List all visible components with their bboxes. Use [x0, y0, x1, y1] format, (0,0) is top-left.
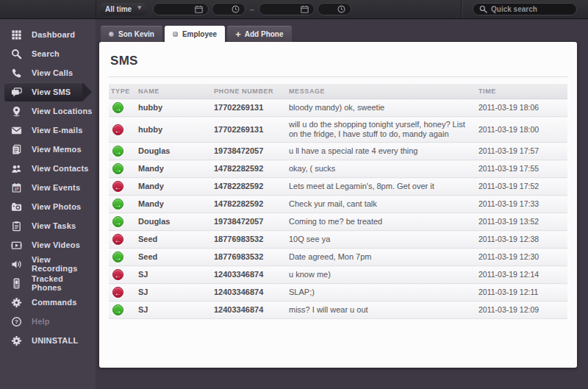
cell-time: 2011-03-19 17:52 — [476, 178, 567, 196]
cell-message: miss? I will wear u out — [287, 301, 476, 319]
tab-son-kevin[interactable]: Son Kevin — [101, 26, 162, 42]
cell-time: 2011-03-19 12:30 — [476, 249, 567, 266]
table-row: Douglas 19738472057 u ll have a special … — [109, 143, 567, 160]
svg-text:?: ? — [15, 318, 18, 325]
sms-table: TYPE NAME PHONE NUMBER MESSAGE TIME hubb… — [109, 84, 567, 319]
table-row: Mandy 14782282592 okay, ( sucks 2011-03-… — [109, 160, 567, 178]
sidebar-item-tracked-phones[interactable]: Tracked Phones — [0, 274, 96, 293]
table-row: hubby 17702269131 will u do the shopping… — [109, 117, 567, 143]
quick-search-input[interactable] — [491, 5, 588, 13]
col-header-type: TYPE — [109, 84, 136, 99]
time-to-input[interactable] — [318, 4, 337, 15]
sidebar-item-label: View Videos — [32, 240, 80, 249]
sms-panel: SMS TYPE NAME PHONE NUMBER MESSAGE TIME … — [99, 42, 577, 368]
sidebar-item-label: Help — [32, 317, 50, 326]
calendar-icon[interactable] — [195, 5, 203, 13]
table-row: Seed 18776983532 Date agreed, Mon 7pm 20… — [109, 249, 567, 266]
topbar-divider — [461, 0, 462, 18]
sidebar-item-view-photos[interactable]: View Photos — [0, 197, 96, 216]
sidebar-item-view-emails[interactable]: View E-mails — [0, 121, 96, 140]
envelope-icon — [10, 124, 23, 137]
date-to-input[interactable] — [259, 4, 301, 15]
cell-time: 2011-03-19 13:52 — [476, 213, 567, 231]
sidebar-item-commands[interactable]: Commands — [0, 293, 96, 312]
gear-icon — [10, 296, 23, 309]
col-header-message: MESSAGE — [287, 84, 476, 99]
time-from-input[interactable] — [212, 4, 232, 15]
tab-label: Employee — [182, 30, 217, 38]
table-row: hubby 17702269131 bloody mandy) ok, swee… — [109, 99, 567, 117]
message-direction-icon — [112, 102, 123, 113]
sidebar-item-view-recordings[interactable]: View Recordings — [0, 254, 96, 274]
time-range-select[interactable]: All time ▾ — [98, 3, 150, 15]
sidebar-item-label: Dashboard — [32, 30, 75, 39]
cell-phone: 14782282592 — [212, 160, 287, 178]
message-direction-icon — [112, 269, 123, 280]
calendar-icon[interactable] — [301, 5, 309, 13]
cell-name: Seed — [136, 249, 212, 266]
sidebar-item-search[interactable]: Search — [0, 44, 96, 63]
phone-tabs: Son Kevin Employee + Add Phone — [101, 26, 292, 43]
table-row: Seed 18776983532 10Q see ya 2011-03-19 1… — [109, 231, 567, 249]
cell-phone: 14782282592 — [212, 178, 287, 196]
table-row: SJ 12403346874 u know me) 2011-03-19 12:… — [109, 266, 567, 284]
tab-employee[interactable]: Employee — [165, 26, 225, 43]
sidebar-item-view-calls[interactable]: View Calls — [0, 63, 96, 82]
content-area: Son Kevin Employee + Add Phone SMS TYPE … — [96, 19, 588, 389]
tab-add-phone[interactable]: + Add Phone — [227, 26, 291, 42]
cell-phone: 19738472057 — [212, 143, 287, 160]
cell-message: u ll have a special rate 4 every thing — [287, 143, 476, 160]
sidebar-item-view-contacts[interactable]: View Contacts — [0, 159, 96, 178]
plus-icon: + — [235, 29, 241, 39]
clock-icon[interactable] — [337, 5, 345, 13]
date-from-input[interactable] — [154, 4, 195, 15]
sidebar-item-view-events[interactable]: 27 View Events — [0, 178, 96, 197]
search-icon — [10, 48, 23, 60]
video-icon — [10, 239, 23, 251]
cell-time: 2011-03-19 12:11 — [476, 284, 567, 301]
sidebar-item-label: View E-mails — [32, 126, 82, 135]
sidebar-item-view-locations[interactable]: View Locations — [0, 101, 96, 121]
contacts-icon — [10, 163, 23, 175]
sidebar-item-view-videos[interactable]: View Videos — [0, 235, 96, 254]
sidebar-item-view-memos[interactable]: View Memos — [0, 140, 96, 159]
sidebar-item-view-tasks[interactable]: View Tasks — [0, 216, 96, 235]
sidebar-item-uninstall[interactable]: UNINSTALL — [0, 331, 96, 350]
time-from-field — [212, 3, 245, 15]
table-row: Mandy 14782282592 Lets meet at Legamin's… — [109, 178, 567, 196]
cell-phone: 12403346874 — [212, 284, 287, 301]
title-divider — [109, 76, 567, 77]
date-from-field — [153, 3, 209, 15]
cell-message: Lets meet at Legamin's, 8pm. Get over it — [287, 178, 476, 196]
phone-status-dot-icon — [109, 32, 114, 37]
memo-pages-icon — [10, 143, 23, 156]
clipboard-icon — [10, 220, 23, 232]
cell-message: u know me) — [287, 266, 476, 284]
cell-name: Mandy — [136, 196, 212, 213]
sidebar-item-dashboard[interactable]: Dashboard — [0, 25, 96, 44]
range-dash: – — [250, 5, 254, 13]
sidebar-item-view-sms[interactable]: View SMS — [4, 82, 82, 101]
date-filter-group: All time ▾ – — [98, 3, 351, 15]
col-header-name: NAME — [136, 84, 212, 99]
clock-icon[interactable] — [232, 5, 240, 13]
sidebar-item-label: Search — [32, 49, 60, 58]
sidebar-item-label: View Tasks — [32, 221, 76, 230]
cell-time: 2011-03-19 12:14 — [476, 266, 567, 284]
cell-phone: 14782282592 — [212, 196, 287, 213]
cell-phone: 17702269131 — [212, 117, 287, 143]
calendar-27-icon: 27 — [10, 182, 23, 194]
cell-time: 2011-03-19 17:57 — [476, 143, 567, 160]
sidebar: Dashboard Search View Calls View SMS Vie… — [0, 19, 96, 389]
message-direction-icon — [112, 287, 123, 298]
cell-message: Check yur mail, cant talk — [287, 196, 476, 213]
sidebar-item-help[interactable]: ? Help — [0, 312, 96, 331]
cell-name: SJ — [136, 266, 212, 284]
sidebar-item-label: UNINSTALL — [32, 336, 78, 345]
page-title: SMS — [110, 54, 567, 68]
cell-time: 2011-03-19 12:09 — [476, 301, 567, 319]
dashboard-grid-icon — [10, 29, 23, 41]
cell-phone: 19738472057 — [212, 213, 287, 231]
location-pin-icon — [10, 105, 23, 118]
cell-message: will u do the shopping tonight yurself, … — [287, 117, 476, 143]
